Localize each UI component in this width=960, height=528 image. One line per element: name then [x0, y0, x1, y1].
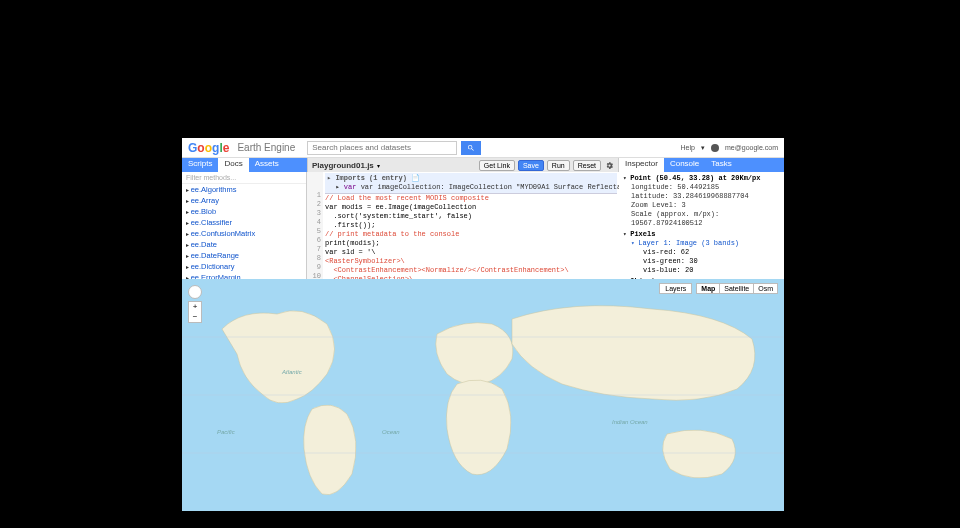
svg-text:Indian Ocean: Indian Ocean: [612, 419, 648, 425]
code-editor[interactable]: 1234567891011121314151617181920 ▸ Import…: [307, 172, 619, 279]
maptype-map[interactable]: Map: [696, 283, 720, 294]
header-right: Help ▾ me@google.com: [681, 144, 778, 152]
map-type-toggle: Map Satellite Osm: [696, 283, 778, 294]
docs-item[interactable]: ee.DateRange: [182, 250, 306, 261]
annotation-line: [155, 300, 183, 301]
maptype-satellite[interactable]: Satellite: [720, 283, 754, 294]
save-button[interactable]: Save: [518, 160, 544, 171]
editor-toolbar: Playground01.js ▾ Get Link Save Run Rese…: [307, 158, 619, 172]
right-panel-tabs: Inspector Console Tasks: [619, 158, 784, 172]
pixels-layer[interactable]: Layer 1: Image (3 bands): [623, 239, 780, 248]
annotation-line: [521, 24, 522, 154]
product-name: Earth Engine: [237, 142, 295, 153]
search-input[interactable]: [307, 141, 457, 155]
point-header: Point (50.45, 33.28) at 20Km/px: [623, 174, 780, 183]
docs-item[interactable]: ee.Classifier: [182, 217, 306, 228]
pan-control[interactable]: [188, 285, 202, 299]
point-scale: Scale (approx. m/px): 19567.87924100512: [623, 210, 780, 228]
docs-item[interactable]: ee.Date: [182, 239, 306, 250]
annotation-line: [734, 24, 735, 142]
annotation-line: [595, 15, 596, 155]
header: G o o g l e Earth Engine Help ▾ me@googl…: [182, 138, 784, 158]
tab-console[interactable]: Console: [664, 158, 705, 172]
tab-tasks[interactable]: Tasks: [705, 158, 737, 172]
docs-panel: Filter methods... ee.Algorithmsee.Arraye…: [182, 172, 307, 279]
annotation-line: [660, 10, 661, 158]
docs-item[interactable]: ee.ConfusionMatrix: [182, 228, 306, 239]
left-panel-tabs: Scripts Docs Assets: [182, 158, 307, 172]
docs-item[interactable]: ee.Blob: [182, 206, 306, 217]
band-green: vis-green: 30: [623, 257, 780, 266]
docs-list: ee.Algorithmsee.Arrayee.Blobee.Classifie…: [182, 184, 306, 279]
svg-text:Pacific: Pacific: [217, 429, 235, 435]
point-lon: longitude: 50.4492185: [623, 183, 780, 192]
tab-assets[interactable]: Assets: [249, 158, 285, 172]
toolbar-row: Scripts Docs Assets Playground01.js ▾ Ge…: [182, 158, 784, 172]
annotation-line: [223, 10, 224, 150]
band-red: vis-red: 62: [623, 248, 780, 257]
maptype-osm[interactable]: Osm: [754, 283, 778, 294]
annotation-line: [493, 10, 494, 142]
tab-docs[interactable]: Docs: [218, 158, 248, 172]
annotation-line: [762, 10, 763, 142]
map-zoom-controls: + −: [188, 285, 202, 323]
help-link[interactable]: Help: [681, 144, 695, 151]
docs-item[interactable]: ee.Dictionary: [182, 261, 306, 272]
code-area[interactable]: ▸ Imports (1 entry) 📄 ▸ var var imageCol…: [323, 172, 619, 279]
svg-text:Ocean: Ocean: [382, 429, 400, 435]
reset-button[interactable]: Reset: [573, 160, 601, 171]
run-button[interactable]: Run: [547, 160, 570, 171]
point-lat: latitude: 33.284619968887704: [623, 192, 780, 201]
user-email: me@google.com: [725, 144, 778, 151]
search-button[interactable]: [461, 141, 481, 155]
docs-item[interactable]: ee.ErrorMargin: [182, 272, 306, 279]
getlink-button[interactable]: Get Link: [479, 160, 515, 171]
main-panels: Filter methods... ee.Algorithmsee.Arraye…: [182, 172, 784, 279]
annotation-line: [155, 320, 183, 321]
avatar[interactable]: [711, 144, 719, 152]
layers-button[interactable]: Layers: [659, 283, 692, 294]
gear-icon[interactable]: [604, 160, 614, 170]
annotation-line: [155, 220, 183, 221]
annotation-line: [440, 10, 441, 142]
search-icon: [467, 144, 475, 152]
inspector-panel: Point (50.45, 33.28) at 20Km/px longitud…: [619, 172, 784, 279]
band-blue: vis-blue: 20: [623, 266, 780, 275]
line-gutter: 1234567891011121314151617181920: [307, 172, 323, 279]
tab-scripts[interactable]: Scripts: [182, 158, 218, 172]
pixels-header[interactable]: Pixels: [623, 230, 780, 239]
world-map-svg: Atlantic Ocean Indian Ocean Pacific: [182, 279, 784, 511]
search-wrap: [307, 141, 674, 155]
zoom-in-button[interactable]: +: [189, 302, 201, 312]
docs-item[interactable]: ee.Algorithms: [182, 184, 306, 195]
svg-text:Atlantic: Atlantic: [281, 369, 302, 375]
filter-input[interactable]: Filter methods...: [182, 172, 306, 184]
map-top-right: Layers Map Satellite Osm: [659, 283, 778, 294]
dropdown-icon[interactable]: ▾: [377, 162, 380, 169]
tab-inspector[interactable]: Inspector: [619, 158, 664, 172]
annotation-line: [155, 172, 183, 173]
docs-item[interactable]: ee.Array: [182, 195, 306, 206]
app-window: G o o g l e Earth Engine Help ▾ me@googl…: [182, 138, 784, 511]
google-logo: G o o g l e: [188, 141, 229, 155]
map[interactable]: Atlantic Ocean Indian Ocean Pacific + − …: [182, 279, 784, 511]
annotation-line: [468, 24, 469, 142]
point-zoom: Zoom Level: 3: [623, 201, 780, 210]
zoom-out-button[interactable]: −: [189, 312, 201, 322]
filename: Playground01.js: [312, 161, 374, 170]
